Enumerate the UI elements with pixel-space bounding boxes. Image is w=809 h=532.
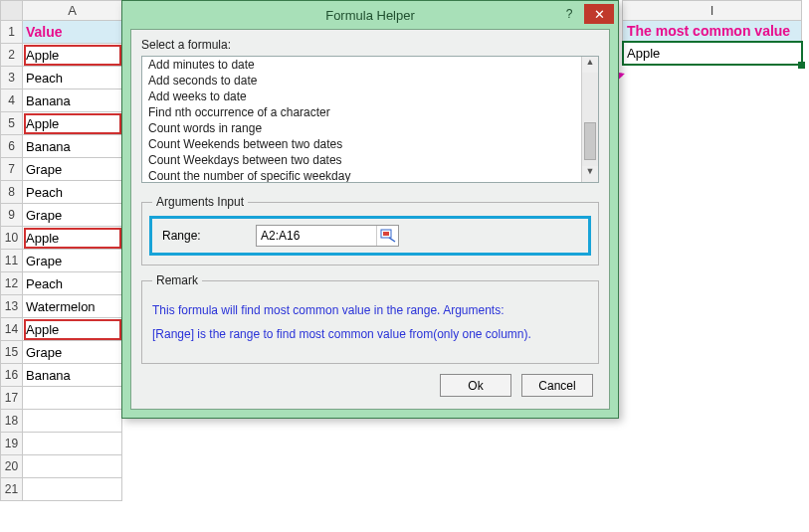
row-header[interactable]: 20: [1, 455, 23, 478]
select-formula-label: Select a formula:: [141, 38, 599, 52]
header-cell-value[interactable]: Value: [23, 21, 122, 44]
result-header-cell[interactable]: The most common value: [623, 21, 802, 43]
remark-legend: Remark: [152, 273, 202, 287]
formula-option[interactable]: Count Weekdays between two dates: [142, 152, 581, 168]
formula-option[interactable]: Find nth occurrence of a character: [142, 104, 581, 120]
formula-option[interactable]: Add seconds to date: [142, 73, 581, 89]
data-cell[interactable]: Grape: [23, 341, 122, 364]
data-cell[interactable]: Peach: [23, 67, 122, 89]
formula-option[interactable]: Count words in range: [142, 120, 581, 136]
range-picker-icon: [380, 229, 396, 243]
data-cell[interactable]: [23, 455, 122, 478]
row-header[interactable]: 8: [1, 181, 23, 204]
range-label: Range:: [162, 229, 232, 243]
row-header[interactable]: 13: [1, 295, 23, 318]
scroll-down-icon[interactable]: ▼: [582, 166, 598, 182]
data-cell[interactable]: Apple: [23, 44, 122, 67]
range-picker-button[interactable]: [376, 226, 398, 246]
scrollbar-thumb[interactable]: [584, 122, 596, 160]
row-header[interactable]: 12: [1, 272, 23, 295]
arguments-fieldset: Arguments Input Range:: [141, 195, 599, 266]
data-cell[interactable]: Banana: [23, 364, 122, 387]
row-header[interactable]: 7: [1, 158, 23, 181]
data-cell[interactable]: Watermelon: [23, 295, 122, 318]
data-cell[interactable]: Banana: [23, 135, 122, 158]
formula-helper-dialog: Formula Helper ? ✕ Select a formula: Add…: [121, 0, 619, 419]
row-header[interactable]: 18: [1, 410, 23, 433]
data-cell[interactable]: [23, 410, 122, 433]
formula-listbox[interactable]: Add minutes to dateAdd seconds to dateAd…: [141, 56, 599, 183]
data-cell[interactable]: Apple: [23, 112, 122, 135]
data-cell[interactable]: Grape: [23, 158, 122, 181]
remark-fieldset: Remark This formula will find most commo…: [141, 273, 599, 364]
row-header[interactable]: 4: [1, 89, 23, 112]
result-cell[interactable]: Apple: [623, 42, 802, 65]
data-cell[interactable]: [23, 478, 122, 501]
data-cell[interactable]: Grape: [23, 250, 122, 272]
svg-rect-2: [383, 232, 389, 236]
row-header[interactable]: 6: [1, 135, 23, 158]
dialog-title: Formula Helper: [325, 8, 415, 23]
column-header-A[interactable]: A: [23, 1, 122, 21]
formula-option[interactable]: Count the number of specific weekday: [142, 168, 581, 182]
row-header[interactable]: 3: [1, 67, 23, 89]
row-header[interactable]: 17: [1, 387, 23, 410]
row-header[interactable]: 21: [1, 478, 23, 501]
scroll-up-icon[interactable]: ▲: [582, 57, 598, 73]
row-header[interactable]: 2: [1, 44, 23, 67]
select-all-corner[interactable]: [1, 1, 23, 21]
row-header[interactable]: 14: [1, 318, 23, 341]
data-cell[interactable]: Peach: [23, 181, 122, 204]
data-cell[interactable]: Banana: [23, 89, 122, 112]
result-column: I The most common value Apple: [622, 0, 802, 66]
formula-option[interactable]: Add weeks to date: [142, 89, 581, 104]
row-header[interactable]: 19: [1, 433, 23, 455]
row-header[interactable]: 9: [1, 204, 23, 227]
data-cell[interactable]: Peach: [23, 272, 122, 295]
data-cell[interactable]: Apple: [23, 227, 122, 250]
cancel-button[interactable]: Cancel: [521, 374, 593, 397]
ok-button[interactable]: Ok: [440, 374, 511, 397]
row-header[interactable]: 5: [1, 112, 23, 135]
formula-option[interactable]: Add minutes to date: [142, 57, 581, 73]
close-button[interactable]: ✕: [584, 4, 614, 24]
worksheet: A1Value2Apple3Peach4Banana5Apple6Banana7…: [0, 0, 122, 501]
help-button[interactable]: ?: [554, 4, 584, 24]
listbox-scrollbar[interactable]: ▲ ▼: [581, 57, 598, 182]
data-cell[interactable]: Apple: [23, 318, 122, 341]
formula-option[interactable]: Count Weekends between two dates: [142, 136, 581, 152]
data-cell[interactable]: Grape: [23, 204, 122, 227]
row-header[interactable]: 16: [1, 364, 23, 387]
remark-line-2: [Range] is the range to find most common…: [152, 327, 588, 341]
data-cell[interactable]: [23, 387, 122, 410]
arguments-legend: Arguments Input: [152, 195, 248, 209]
range-input[interactable]: [257, 229, 376, 243]
row-header[interactable]: 11: [1, 250, 23, 272]
dialog-titlebar[interactable]: Formula Helper ? ✕: [122, 1, 618, 29]
row-header[interactable]: 15: [1, 341, 23, 364]
data-cell[interactable]: [23, 433, 122, 455]
remark-line-1: This formula will find most common value…: [152, 303, 588, 317]
column-header-I[interactable]: I: [623, 1, 802, 21]
row-header[interactable]: 1: [1, 21, 23, 44]
row-header[interactable]: 10: [1, 227, 23, 250]
fill-handle[interactable]: [798, 62, 805, 69]
